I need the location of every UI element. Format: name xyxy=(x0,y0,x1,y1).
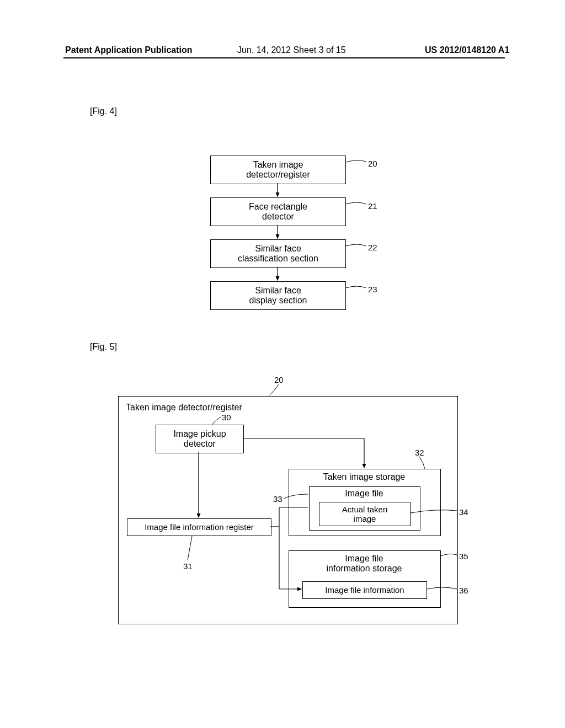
header-rule xyxy=(63,57,505,58)
fig5-box-31: Image file information register xyxy=(127,518,271,536)
fig5-box-32-title: Taken image storage xyxy=(294,472,434,482)
fig5-ref-32: 32 xyxy=(415,448,424,457)
fig4-box-23: Similar face display section xyxy=(210,281,346,310)
header-left: Patent Application Publication xyxy=(65,45,193,55)
fig5-box-34: Actual taken image xyxy=(319,502,411,526)
fig5-outer-title: Taken image detector/register xyxy=(126,403,242,413)
fig5-label: [Fig. 5] xyxy=(90,342,117,352)
fig4-box-21: Face rectangle detector xyxy=(210,197,346,226)
fig5-ref-33: 33 xyxy=(273,494,282,504)
fig4-box-22: Similar face classification section xyxy=(210,239,346,268)
fig4-box-20: Taken image detector/register xyxy=(210,156,346,184)
fig4-ref-22: 22 xyxy=(368,243,377,252)
header-right: US 2012/0148120 A1 xyxy=(425,45,509,55)
fig4-ref-23: 23 xyxy=(368,285,377,294)
fig5-ref-36: 36 xyxy=(459,586,468,595)
page-header: Patent Application Publication Jun. 14, … xyxy=(0,45,565,58)
fig5-ref-30: 30 xyxy=(222,413,231,422)
fig5-ref-34: 34 xyxy=(459,507,468,517)
fig5-box-30: Image pickup detector xyxy=(156,425,244,453)
fig5-box-33-title: Image file xyxy=(309,489,419,499)
fig5-box-36: Image file information xyxy=(302,581,427,599)
fig5-topref-20: 20 xyxy=(274,375,284,384)
header-center: Jun. 14, 2012 Sheet 3 of 15 xyxy=(237,45,346,55)
fig5-ref-31: 31 xyxy=(183,561,193,571)
fig4-label: [Fig. 4] xyxy=(90,106,117,116)
fig4-ref-21: 21 xyxy=(368,201,377,211)
fig5-box-35-title: Image file information storage xyxy=(289,554,440,574)
fig4-ref-20: 20 xyxy=(368,159,377,168)
fig5-ref-35: 35 xyxy=(459,552,468,561)
